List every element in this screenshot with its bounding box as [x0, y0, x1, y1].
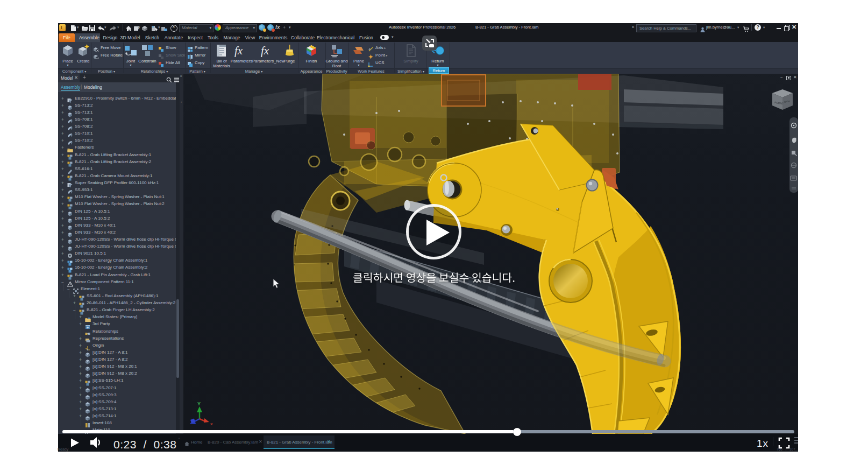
svg-text:Y: Y	[197, 401, 201, 406]
svg-text:fx: fx	[261, 44, 269, 57]
svg-text:x: x	[210, 421, 213, 426]
